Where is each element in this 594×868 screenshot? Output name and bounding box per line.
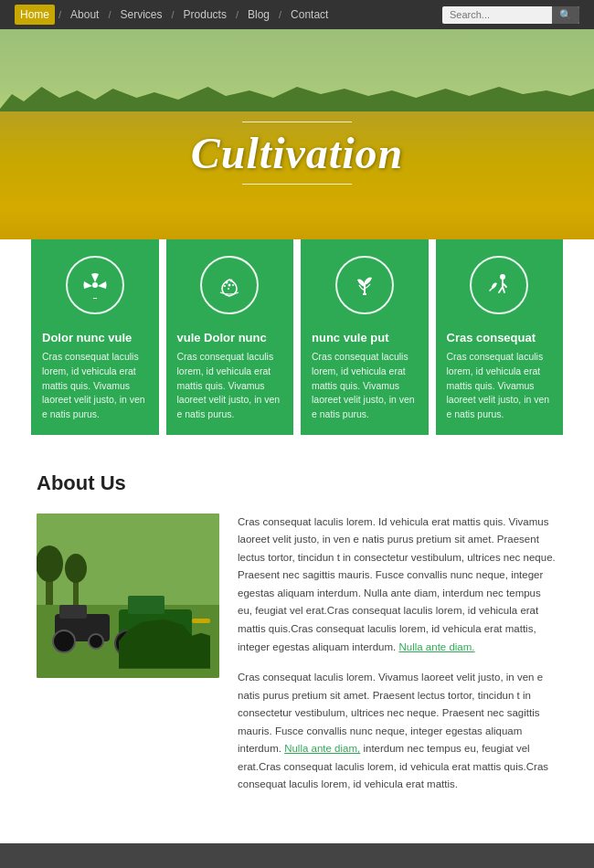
water-icon: [213, 269, 246, 302]
nav-sep-5: /: [279, 9, 281, 20]
about-paragraph-2: Cras consequat laculis lorem. Vivamus la…: [238, 669, 557, 794]
svg-point-5: [232, 284, 234, 286]
nav-sep-2: /: [108, 9, 111, 20]
svg-point-1: [226, 281, 228, 284]
svg-point-6: [228, 288, 229, 290]
svg-rect-22: [192, 619, 210, 623]
search-input[interactable]: [442, 6, 552, 23]
feature-cards-section: Dolor nunc vule Cras consequat laculis l…: [0, 239, 594, 435]
nav-contact[interactable]: Contact: [285, 5, 334, 25]
svg-point-3: [228, 284, 231, 287]
svg-point-11: [37, 545, 63, 582]
nav-sep-4: /: [236, 9, 239, 20]
card-title-2: vule Dolor nunc: [177, 331, 283, 344]
feature-card-1: Dolor nunc vule Cras consequat laculis l…: [31, 239, 159, 435]
svg-point-0: [92, 282, 98, 288]
about-text: Cras consequat laculis lorem. Id vehicul…: [238, 513, 557, 807]
nav-links: Home / About / Services / Products / Blo…: [15, 5, 334, 25]
navbar: Home / About / Services / Products / Blo…: [0, 0, 594, 29]
card-text-3: Cras consequat laculis lorem, id vehicul…: [312, 350, 418, 422]
svg-point-16: [53, 630, 75, 652]
card-icon-wrap-3: [301, 239, 429, 323]
nav-about[interactable]: About: [65, 5, 104, 25]
card-circle-2: [200, 256, 259, 314]
svg-rect-19: [128, 596, 164, 614]
windmill-icon: [79, 269, 111, 302]
card-title-4: Cras consequat: [447, 331, 553, 344]
about-paragraph-1: Cras consequat laculis lorem. Id vehicul…: [238, 513, 557, 656]
about-content: Cras consequat laculis lorem. Id vehicul…: [37, 513, 557, 807]
card-title-1: Dolor nunc vule: [42, 331, 148, 344]
nav-sep-3: /: [172, 9, 175, 20]
tractor-svg: [37, 513, 219, 678]
card-icon-wrap-4: [436, 239, 564, 323]
card-body-4: Cras consequat Cras consequat laculis lo…: [436, 323, 564, 435]
plant-icon: [348, 269, 381, 302]
card-body-3: nunc vule put Cras consequat laculis lor…: [301, 323, 429, 435]
feature-card-4: Cras consequat Cras consequat laculis lo…: [436, 239, 564, 435]
svg-point-2: [230, 280, 233, 282]
svg-point-21: [164, 634, 183, 652]
feature-card-3: nunc vule put Cras consequat laculis lor…: [301, 239, 429, 435]
card-circle-1: [66, 256, 124, 314]
services-section: Our Services Dolor nunc vule putateulr C…: [0, 843, 594, 868]
feature-card-2: vule Dolor nunc Cras consequat laculis l…: [166, 239, 294, 435]
card-text-1: Cras consequat laculis lorem, id vehicul…: [42, 350, 148, 422]
about-heading: About Us: [37, 471, 557, 495]
card-title-3: nunc vule put: [312, 331, 418, 344]
nav-home[interactable]: Home: [15, 5, 55, 25]
svg-point-13: [65, 554, 87, 583]
svg-point-20: [115, 630, 141, 656]
svg-rect-15: [59, 605, 87, 619]
harvest-icon: [483, 269, 515, 302]
about-image: [37, 513, 219, 678]
about-link-2[interactable]: Nulla ante diam,: [284, 743, 360, 754]
card-circle-4: [470, 256, 528, 314]
svg-rect-18: [119, 609, 192, 641]
card-body-1: Dolor nunc vule Cras consequat laculis l…: [31, 323, 159, 435]
svg-point-17: [89, 634, 103, 649]
cards-grid: Dolor nunc vule Cras consequat laculis l…: [0, 239, 594, 435]
svg-rect-8: [37, 513, 219, 605]
card-circle-3: [335, 256, 394, 314]
card-text-2: Cras consequat laculis lorem, id vehicul…: [177, 350, 283, 422]
search-button[interactable]: 🔍: [552, 6, 579, 24]
hero-line-top: [242, 122, 352, 122]
nav-products[interactable]: Products: [178, 5, 232, 25]
search-form: 🔍: [442, 6, 579, 24]
card-icon-wrap-1: [31, 239, 159, 323]
about-link-1[interactable]: Nulla ante diam.: [398, 641, 474, 652]
hero-title: Cultivation: [191, 128, 403, 178]
nav-services[interactable]: Services: [115, 5, 168, 25]
nav-blog[interactable]: Blog: [242, 5, 275, 25]
card-body-2: vule Dolor nunc Cras consequat laculis l…: [166, 323, 294, 435]
nav-sep-1: /: [58, 9, 61, 20]
svg-point-4: [224, 285, 226, 287]
card-icon-wrap-2: [166, 239, 294, 323]
about-section: About Us: [0, 435, 594, 843]
card-text-4: Cras consequat laculis lorem, id vehicul…: [447, 350, 553, 422]
hero-line-bottom: [242, 184, 352, 185]
